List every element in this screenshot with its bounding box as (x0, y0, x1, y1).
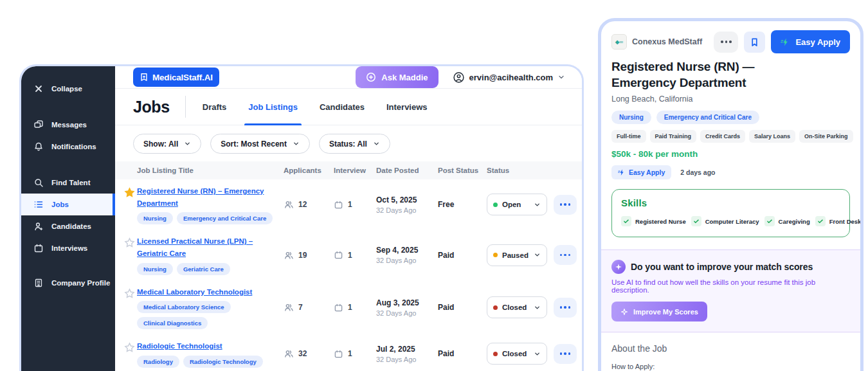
filter-status[interactable]: Status: All (319, 134, 390, 154)
easy-apply-button[interactable]: Easy Apply (771, 30, 850, 53)
row-more-button[interactable] (554, 245, 577, 265)
lightning-icon (618, 168, 626, 176)
skills-list: Registered Nurse Computer Literacy Careg… (621, 216, 840, 226)
date-ago: 32 Days Ago (376, 309, 438, 317)
favorite-star-icon[interactable] (122, 185, 137, 198)
sidebar-item-label: Candidates (51, 222, 91, 230)
bookmark-button[interactable] (744, 32, 765, 53)
sidebar-item-notifications[interactable]: Notifications (21, 136, 115, 158)
skill-label: Registered Nurse (635, 218, 686, 225)
row-more-button[interactable] (554, 298, 577, 318)
date-posted: Aug 3, 2025 (376, 298, 438, 307)
sidebar-item-find-talent[interactable]: Find Talent (21, 172, 115, 194)
bookmark-icon (750, 37, 759, 47)
plus-circle-icon (366, 72, 376, 82)
tab-drafts[interactable]: Drafts (203, 89, 227, 125)
company-logo: ◆═ (611, 34, 627, 50)
check-icon (815, 216, 826, 226)
logo-text: MedicalStaff.AI (152, 73, 213, 82)
improve-scores-button[interactable]: Improve My Scores (611, 302, 707, 321)
sidebar-item-label: Jobs (51, 201, 69, 208)
people-icon (284, 199, 294, 210)
easy-apply-label: Easy Apply (795, 37, 840, 47)
easy-apply-badge: Easy Apply (611, 165, 671, 179)
favorite-star-icon[interactable] (122, 285, 137, 299)
user-menu[interactable]: ervin@acihealth.com (453, 71, 565, 84)
tab-label: Interviews (386, 102, 428, 112)
interview-count: 1 (348, 349, 352, 358)
person-add-icon (33, 221, 44, 231)
detail-more-button[interactable] (714, 32, 738, 53)
row-more-button[interactable] (554, 195, 577, 215)
tab-candidates[interactable]: Candidates (320, 89, 365, 125)
column-header: Interview (334, 167, 376, 174)
tab-interviews[interactable]: Interviews (386, 89, 428, 125)
date-ago: 32 Days Ago (376, 206, 438, 214)
skill-label: Caregiving (779, 218, 810, 225)
table-row: Registered Nurse (RN) – Emergency Depart… (115, 179, 582, 230)
ask-maddie-button[interactable]: Ask Maddie (356, 66, 438, 88)
job-title-link[interactable]: Licensed Practical Nurse (LPN) – Geriatr… (137, 237, 253, 257)
sidebar-item-company-profile[interactable]: Company Profile (21, 272, 115, 294)
sidebar-collapse-button[interactable]: Collapse (21, 78, 115, 100)
list-icon (33, 199, 44, 210)
status-dropdown[interactable]: Open (487, 194, 547, 215)
status-dropdown[interactable]: Closed (487, 343, 547, 365)
tab-job-listings[interactable]: Job Listings (248, 89, 298, 125)
sidebar-item-messages[interactable]: Messages (21, 114, 115, 136)
favorite-star-icon[interactable] (122, 339, 137, 353)
main-content: MedicalStaff.AI Ask Maddie ervin@aciheal… (115, 66, 582, 371)
job-title-link[interactable]: Medical Laboratory Technologist (137, 288, 252, 296)
bell-icon (33, 141, 44, 152)
job-title-link[interactable]: Registered Nurse (RN) – Emergency Depart… (137, 187, 264, 207)
category-tags: Nursing Emergency and Critical Care (611, 111, 850, 124)
status-dot (493, 253, 498, 257)
column-header: Applicants (284, 167, 334, 174)
skill-label: Computer Literacy (705, 218, 759, 225)
date-posted-cell: Sep 4, 2025 32 Days Ago (376, 246, 438, 264)
easy-apply-badge-label: Easy Apply (629, 168, 665, 176)
interview-cell: 1 (334, 250, 376, 260)
tab-label: Candidates (320, 102, 365, 112)
applicants-count: 12 (298, 200, 307, 209)
column-header: Date Posted (376, 167, 438, 174)
chevron-down-icon (293, 140, 300, 147)
column-header: Status (487, 167, 554, 174)
applicants-count: 32 (298, 349, 307, 358)
job-tags: Radiology Radiologic Technology (137, 356, 275, 368)
sidebar-item-jobs[interactable]: Jobs (21, 194, 115, 215)
calendar-icon (334, 349, 343, 359)
date-ago: 32 Days Ago (376, 356, 438, 363)
check-icon (621, 216, 631, 226)
row-more-button[interactable] (554, 344, 577, 364)
job-title-link[interactable]: Radiologic Technologist (137, 342, 222, 350)
filter-show[interactable]: Show: All (133, 134, 201, 154)
status-dot (493, 203, 498, 207)
divider (185, 96, 186, 118)
about-section: About the Job How to Apply: Copy and Pas… (611, 343, 850, 371)
about-paragraph: How to Apply: (611, 362, 850, 371)
sidebar-collapse-label: Collapse (51, 85, 82, 93)
perk-tag: Paid Training (650, 130, 697, 143)
date-posted: Jul 2, 2025 (376, 345, 438, 354)
favorite-star-icon[interactable] (122, 235, 137, 248)
status-dropdown[interactable]: Paused (487, 244, 547, 266)
people-icon (284, 348, 294, 359)
interview-cell: 1 (334, 303, 376, 312)
status-dropdown[interactable]: Closed (487, 296, 547, 318)
sidebar-item-candidates[interactable]: Candidates (21, 215, 115, 237)
sidebar-item-label: Notifications (51, 143, 96, 150)
job-tag: Clinical Diagnostics (137, 317, 208, 329)
meta-row: Easy Apply 2 days ago (611, 165, 850, 179)
category-tag: Nursing (611, 111, 651, 124)
filter-sort[interactable]: Sort: Most Recent (210, 134, 310, 154)
interview-cell: 1 (334, 200, 376, 210)
tab-label: Drafts (203, 102, 227, 112)
job-tag: Nursing (137, 263, 173, 275)
job-detail-title: Registered Nurse (RN) — Emergency Depart… (611, 59, 808, 91)
post-status: Paid (438, 349, 487, 358)
sidebar-item-interviews[interactable]: Interviews (21, 237, 115, 259)
job-tag: Medical Laboratory Science (137, 301, 231, 313)
chevron-down-icon (557, 73, 565, 81)
company-name: Conexus MedStaff (632, 37, 702, 46)
